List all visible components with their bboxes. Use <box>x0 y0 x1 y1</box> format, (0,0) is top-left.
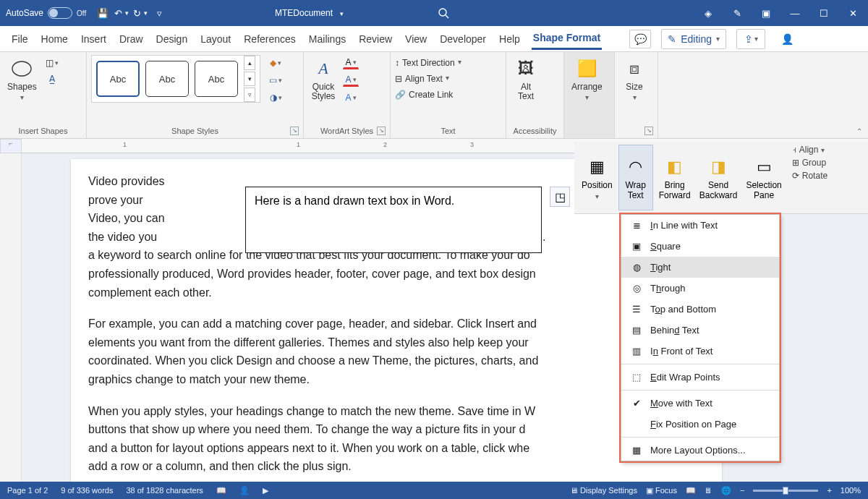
view-web-icon[interactable]: 🌐 <box>721 486 731 495</box>
shape-fill-button[interactable]: ◆ <box>268 56 284 69</box>
tab-home[interactable]: Home <box>40 29 69 49</box>
align-text-button[interactable]: ⊟Align Text▾ <box>395 74 449 84</box>
premium-icon[interactable]: ◈ <box>697 4 719 22</box>
shape-outline-button[interactable]: ▭ <box>268 74 284 87</box>
char-count[interactable]: 38 of 1828 characters <box>126 486 203 495</box>
layout-options-button[interactable]: ◳ <box>550 187 570 207</box>
shape-style-gallery[interactable]: Abc Abc Abc ▴▾▿ <box>91 55 260 103</box>
focus-button[interactable]: ▣ Focus <box>646 486 677 495</box>
tab-developer[interactable]: Developer <box>438 29 488 49</box>
wrap-behind[interactable]: ▤Behind Text <box>621 320 779 341</box>
arrange-button[interactable]: 🟨 Arrange▾ <box>569 55 605 103</box>
coming-soon-icon[interactable]: ✎ <box>726 4 748 22</box>
wrap-top-bottom[interactable]: ☰Top and Bottom <box>621 299 779 320</box>
dialog-launcher-icon[interactable]: ↘ <box>644 127 653 135</box>
autosave-toggle[interactable]: AutoSave Off <box>6 7 86 19</box>
shape-style-1[interactable]: Abc <box>96 61 140 97</box>
zoom-slider[interactable] <box>753 490 818 492</box>
spellcheck-icon[interactable]: 📖 <box>216 486 226 495</box>
zoom-in[interactable]: + <box>827 486 831 495</box>
undo-button[interactable]: ↶ <box>112 4 131 22</box>
tab-help[interactable]: Help <box>498 29 522 49</box>
display-settings[interactable]: 🖥 Display Settings <box>570 486 637 495</box>
collapse-ribbon-button[interactable]: ⌃ <box>856 127 862 135</box>
word-count[interactable]: 9 of 336 words <box>61 486 113 495</box>
oval-icon <box>9 56 34 81</box>
front-icon: ▥ <box>630 346 643 357</box>
account-icon[interactable]: 👤 <box>781 33 793 45</box>
wrap-points-icon: ⬚ <box>630 372 643 383</box>
comments-button[interactable]: 💬 <box>629 30 651 48</box>
rotate-button[interactable]: ⟳Rotate <box>792 171 827 181</box>
tab-view[interactable]: View <box>404 29 428 49</box>
tab-design[interactable]: Design <box>155 29 190 49</box>
alt-text-button[interactable]: 🖼 Alt Text <box>511 55 541 103</box>
wrap-inline[interactable]: ≣In Line with Text <box>621 215 779 236</box>
text-fill-button[interactable]: A <box>343 56 359 69</box>
draw-textbox-button[interactable]: A̲ <box>44 72 60 85</box>
edit-wrap-points[interactable]: ⬚Edit Wrap Points <box>621 367 779 388</box>
qat-overflow[interactable]: ▿ <box>150 4 169 22</box>
bring-forward-button[interactable]: ◧ Bring Forward <box>656 145 694 210</box>
shape-style-3[interactable]: Abc <box>195 61 238 97</box>
vertical-ruler[interactable] <box>0 153 22 499</box>
position-button[interactable]: ▦ Position▾ <box>579 145 616 210</box>
ribbon: Shapes ▾ ◫ A̲ Insert Shapes Abc Abc Abc … <box>0 52 868 139</box>
more-layout-options[interactable]: ▦More Layout Options... <box>621 440 779 461</box>
create-link-button[interactable]: 🔗Create Link <box>395 90 453 100</box>
tab-draw[interactable]: Draw <box>118 29 145 49</box>
maximize-button[interactable]: ☐ <box>813 4 835 22</box>
editing-mode-button[interactable]: ✎ Editing ▾ <box>661 29 726 49</box>
dialog-launcher-icon[interactable]: ↘ <box>290 127 299 135</box>
align-button[interactable]: ⫞Align▾ <box>792 145 827 155</box>
text-box-shape[interactable]: Here is a hand drawn text box in Word. <box>245 187 542 253</box>
tab-file[interactable]: File <box>10 29 30 49</box>
text-outline-button[interactable]: A <box>343 74 359 87</box>
through-icon: ◎ <box>630 283 643 294</box>
toggle-icon <box>48 7 72 19</box>
view-read-icon[interactable]: 📖 <box>686 486 696 495</box>
text-direction-button[interactable]: ↕Text Direction▾ <box>395 58 461 68</box>
selection-pane-button[interactable]: ▭ Selection Pane <box>743 145 784 210</box>
search-button[interactable] <box>434 4 453 22</box>
send-backward-button[interactable]: ◨ Send Backward <box>697 145 741 210</box>
shapes-button[interactable]: Shapes ▾ <box>4 55 40 103</box>
wrap-tight[interactable]: ◍Tight <box>621 257 779 278</box>
group-button[interactable]: ⊞Group <box>792 158 827 168</box>
wrap-through[interactable]: ◎Through <box>621 278 779 299</box>
view-print-icon[interactable]: 🗏 <box>705 486 712 495</box>
save-icon[interactable]: 💾 <box>93 4 112 22</box>
edit-shape-button[interactable]: ◫ <box>44 56 60 69</box>
page-indicator[interactable]: Page 1 of 2 <box>7 486 48 495</box>
tab-review[interactable]: Review <box>357 29 393 49</box>
zoom-out[interactable]: − <box>740 486 744 495</box>
wrap-front[interactable]: ▥In Front of Text <box>621 341 779 362</box>
accessibility-icon[interactable]: 👤 <box>239 486 250 495</box>
redo-button[interactable]: ↻ <box>131 4 150 22</box>
share-button[interactable]: ⇪ ▾ <box>736 29 765 49</box>
macro-icon[interactable]: ▶ <box>263 486 268 495</box>
wrap-text-button[interactable]: ◠ Wrap Text <box>618 145 653 210</box>
shape-style-2[interactable]: Abc <box>145 61 189 97</box>
tab-layout[interactable]: Layout <box>199 29 232 49</box>
zoom-level[interactable]: 100% <box>841 486 861 495</box>
document-title[interactable]: MTEDocument <box>275 8 344 18</box>
tab-mailings[interactable]: Mailings <box>307 29 347 49</box>
group-text: Text <box>395 125 501 137</box>
move-with-text[interactable]: ✔Move with Text <box>621 393 779 414</box>
tab-shape-format[interactable]: Shape Format <box>532 27 602 50</box>
quick-styles-button[interactable]: A Quick Styles <box>308 55 339 103</box>
ribbon-mode-icon[interactable]: ▣ <box>755 4 777 22</box>
tab-references[interactable]: References <box>242 29 297 49</box>
minimize-button[interactable]: — <box>784 4 806 22</box>
gallery-scroll[interactable]: ▴▾▿ <box>244 56 255 102</box>
text-effects-button[interactable]: A <box>343 91 359 104</box>
size-button[interactable]: ⧈ Size▾ <box>619 55 650 103</box>
wrap-square[interactable]: ▣Square <box>621 236 779 257</box>
close-button[interactable]: ✕ <box>842 4 864 22</box>
fix-position[interactable]: Fix Position on Page <box>621 414 779 435</box>
tab-insert[interactable]: Insert <box>80 29 108 49</box>
dialog-launcher-icon[interactable]: ↘ <box>377 127 386 135</box>
shape-effects-button[interactable]: ◑ <box>268 91 284 104</box>
behind-icon: ▤ <box>630 325 643 336</box>
